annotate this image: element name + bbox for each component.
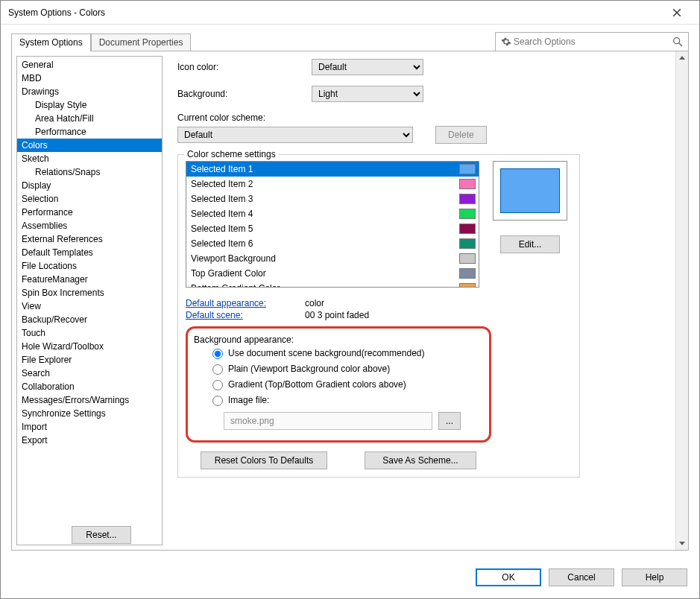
sidebar-item-file-locations[interactable]: File Locations	[17, 259, 162, 273]
sidebar-item-selection[interactable]: Selection	[17, 192, 162, 206]
save-scheme-button[interactable]: Save As Scheme...	[365, 451, 476, 469]
color-swatch	[459, 209, 476, 219]
main-pane: Icon color: Default Background: Light Cu…	[163, 51, 688, 550]
sidebar-item-drawings[interactable]: Drawings	[17, 85, 162, 98]
radio-doc-scene[interactable]: Use document scene background(recommende…	[194, 345, 480, 361]
svg-line-1	[679, 43, 682, 46]
sidebar-item-display-style[interactable]: Display Style	[17, 98, 162, 112]
color-swatch	[459, 194, 476, 204]
radio-gradient[interactable]: Gradient (Top/Bottom Gradient colors abo…	[194, 376, 480, 392]
scroll-down-icon[interactable]	[676, 537, 688, 550]
sidebar-item-performance[interactable]: Performance	[17, 125, 162, 139]
color-item-name: Selected Item 4	[191, 209, 459, 219]
main-scrollbar[interactable]	[675, 51, 688, 550]
background-label: Background:	[177, 89, 312, 99]
tab-system-options[interactable]: System Options	[11, 34, 91, 51]
color-item[interactable]: Selected Item 3	[186, 191, 479, 206]
edit-color-button[interactable]: Edit...	[500, 235, 560, 253]
ok-button[interactable]: OK	[476, 568, 541, 586]
color-item-name: Bottom Gradient Color	[191, 283, 459, 288]
top-row: System Options Document Properties	[1, 25, 699, 51]
category-tree[interactable]: GeneralMBDDrawingsDisplay StyleArea Hatc…	[16, 56, 163, 545]
color-item[interactable]: Bottom Gradient Color	[186, 281, 479, 288]
help-button[interactable]: Help	[622, 568, 687, 586]
radio-image[interactable]: Image file:	[194, 392, 480, 408]
color-item-list[interactable]: Selected Item 1Selected Item 2Selected I…	[186, 161, 479, 288]
sidebar-item-touch[interactable]: Touch	[17, 326, 162, 340]
default-scene-value: 00 3 point faded	[305, 310, 369, 320]
svg-point-0	[674, 38, 680, 44]
search-icon[interactable]	[672, 36, 684, 48]
title-bar: System Options - Colors	[1, 1, 699, 25]
color-item-name: Selected Item 3	[191, 194, 459, 204]
search-box[interactable]	[495, 32, 689, 51]
window-title: System Options - Colors	[8, 7, 662, 18]
image-file-input[interactable]	[224, 412, 432, 430]
scroll-up-icon[interactable]	[676, 51, 688, 64]
sidebar-item-sketch[interactable]: Sketch	[17, 152, 162, 165]
gear-icon	[500, 36, 512, 48]
sidebar-item-synchronize-settings[interactable]: Synchronize Settings	[17, 407, 162, 420]
content-panel: GeneralMBDDrawingsDisplay StyleArea Hatc…	[11, 51, 689, 551]
sidebar-item-backup-recover[interactable]: Backup/Recover	[17, 313, 162, 326]
sidebar-item-general[interactable]: General	[17, 58, 162, 72]
sidebar-item-spin-box-increments[interactable]: Spin Box Increments	[17, 286, 162, 300]
sidebar-item-import[interactable]: Import	[17, 420, 162, 434]
search-input[interactable]	[512, 36, 672, 48]
color-item[interactable]: Top Gradient Color	[186, 266, 479, 281]
sidebar-item-export[interactable]: Export	[17, 434, 162, 447]
sidebar-item-collaboration[interactable]: Collaboration	[17, 380, 162, 393]
color-preview	[493, 161, 567, 221]
color-swatch	[459, 179, 476, 189]
sidebar-item-mbd[interactable]: MBD	[17, 72, 162, 85]
default-appearance-link[interactable]: Default appearance:	[186, 298, 305, 308]
color-swatch	[459, 253, 476, 264]
color-swatch	[459, 238, 476, 249]
scheme-label: Current color scheme:	[177, 112, 670, 123]
sidebar-item-assemblies[interactable]: Assemblies	[17, 219, 162, 232]
color-item-name: Selected Item 1	[191, 164, 459, 174]
icon-color-label: Icon color:	[177, 62, 312, 72]
sidebar-item-external-references[interactable]: External References	[17, 232, 162, 246]
reset-colors-button[interactable]: Reset Colors To Defaults	[201, 451, 327, 469]
reset-button[interactable]: Reset...	[72, 526, 131, 544]
cancel-button[interactable]: Cancel	[549, 568, 614, 586]
color-item[interactable]: Selected Item 4	[186, 206, 479, 221]
sidebar-item-hole-wizard-toolbox[interactable]: Hole Wizard/Toolbox	[17, 340, 162, 353]
radio-plain[interactable]: Plain (Viewport Background color above)	[194, 361, 480, 376]
sidebar-item-search[interactable]: Search	[17, 367, 162, 380]
defaults-links: Default appearance: color Default scene:…	[186, 298, 572, 320]
color-swatch	[459, 224, 476, 234]
sidebar-item-performance[interactable]: Performance	[17, 206, 162, 219]
sidebar-item-colors[interactable]: Colors	[17, 139, 162, 152]
color-item-name: Selected Item 2	[191, 179, 459, 189]
color-swatch	[459, 283, 476, 288]
color-scheme-fieldset: Color scheme settings Selected Item 1Sel…	[177, 154, 580, 478]
sidebar-item-file-explorer[interactable]: File Explorer	[17, 353, 162, 367]
background-combo[interactable]: Light	[312, 86, 423, 102]
color-item[interactable]: Viewport Background	[186, 251, 479, 266]
color-item[interactable]: Selected Item 2	[186, 177, 479, 191]
color-item[interactable]: Selected Item 5	[186, 221, 479, 236]
icon-color-combo[interactable]: Default	[312, 59, 423, 75]
system-options-dialog: System Options - Colors System Options D…	[0, 0, 700, 599]
close-button[interactable]	[662, 1, 692, 24]
color-item-name: Viewport Background	[191, 253, 459, 264]
default-scene-link[interactable]: Default scene:	[186, 310, 305, 320]
sidebar-item-featuremanager[interactable]: FeatureManager	[17, 273, 162, 286]
sidebar-item-area-hatch-fill[interactable]: Area Hatch/Fill	[17, 112, 162, 125]
tab-document-properties[interactable]: Document Properties	[91, 34, 192, 51]
color-item[interactable]: Selected Item 1	[186, 162, 479, 177]
sidebar-item-messages-errors-warnings[interactable]: Messages/Errors/Warnings	[17, 393, 162, 407]
background-appearance-group: Background appearance: Use document scen…	[186, 326, 491, 443]
sidebar-item-default-templates[interactable]: Default Templates	[17, 246, 162, 259]
browse-button[interactable]: ...	[438, 412, 461, 430]
delete-scheme-button[interactable]: Delete	[435, 126, 487, 144]
sidebar-item-relations-snaps[interactable]: Relations/Snaps	[17, 165, 162, 179]
sidebar-item-display[interactable]: Display	[17, 179, 162, 192]
color-preview-swatch	[500, 168, 560, 213]
scheme-combo[interactable]: Default	[177, 127, 413, 143]
default-appearance-value: color	[305, 298, 324, 308]
color-item[interactable]: Selected Item 6	[186, 236, 479, 251]
sidebar-item-view[interactable]: View	[17, 300, 162, 313]
